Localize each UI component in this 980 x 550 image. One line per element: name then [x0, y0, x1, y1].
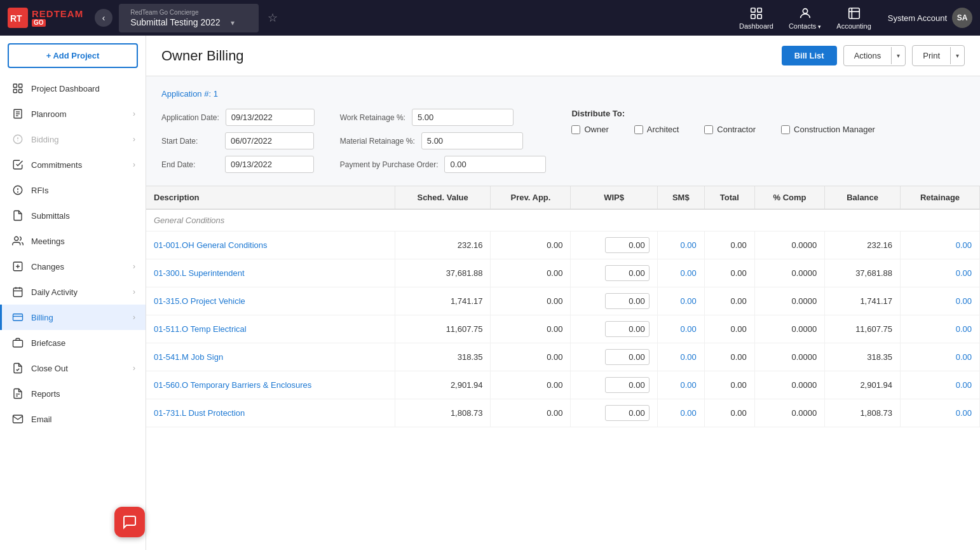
- row-pct-comp: 0.0000: [754, 343, 824, 371]
- material-retainage-input[interactable]: [421, 132, 523, 149]
- dashboard-icon: [749, 6, 763, 20]
- svg-point-24: [15, 237, 18, 240]
- start-date-input[interactable]: [225, 132, 314, 149]
- print-main-button[interactable]: Print: [913, 46, 950, 65]
- distribute-option-contractor[interactable]: Contractor: [704, 125, 756, 134]
- col-sm: SM$: [657, 186, 704, 209]
- nav-dashboard-item[interactable]: Dashboard: [739, 6, 773, 30]
- accounting-icon: [847, 6, 861, 20]
- owner-checkbox[interactable]: [571, 125, 580, 134]
- row-pct-comp: 0.0000: [754, 399, 824, 427]
- system-account-label: System Account: [888, 13, 947, 23]
- sidebar-item-reports[interactable]: Reports: [0, 381, 146, 406]
- wip-input[interactable]: [605, 293, 650, 309]
- row-total: 0.00: [704, 315, 754, 343]
- sidebar-item-planroom[interactable]: Planroom ›: [0, 101, 146, 127]
- actions-button-group: Actions ▾: [843, 45, 906, 66]
- application-date-input[interactable]: [226, 109, 315, 126]
- table-row: 01-001.OH General Conditions 232.16 0.00…: [146, 231, 980, 259]
- row-sm: 0.00: [657, 315, 704, 343]
- sidebar-item-changes[interactable]: Changes ›: [0, 254, 146, 279]
- sidebar-item-label: RFIs: [31, 186, 135, 195]
- distribute-option-construction-manager[interactable]: Construction Manager: [781, 125, 875, 134]
- actions-main-button[interactable]: Actions: [844, 46, 892, 65]
- application-prefix-label: Application #:: [161, 89, 211, 99]
- svg-point-6: [803, 8, 807, 13]
- architect-label: Architect: [647, 125, 679, 134]
- end-date-input[interactable]: [225, 156, 314, 173]
- sidebar-item-project-dashboard[interactable]: Project Dashboard: [0, 76, 146, 101]
- daily-activity-icon: [12, 286, 24, 298]
- actions-dropdown-button[interactable]: ▾: [891, 47, 905, 64]
- contractor-checkbox[interactable]: [704, 125, 713, 134]
- payment-by-po-input[interactable]: [444, 156, 546, 173]
- row-link[interactable]: 01-511.O Temp Electrical: [154, 324, 247, 334]
- sidebar-item-daily-activity[interactable]: Daily Activity ›: [0, 279, 146, 305]
- nav-accounting-label: Accounting: [836, 22, 871, 30]
- sidebar-item-rfis[interactable]: RFIs: [0, 177, 146, 203]
- sidebar-item-email[interactable]: Email: [0, 406, 146, 432]
- work-retainage-input[interactable]: [412, 109, 514, 126]
- svg-rect-28: [13, 288, 22, 297]
- row-link[interactable]: 01-300.L Superintendent: [154, 268, 245, 278]
- row-sm: 0.00: [657, 287, 704, 315]
- sidebar-item-commitments[interactable]: Commitments ›: [0, 152, 146, 177]
- sidebar-item-closeout[interactable]: Close Out ›: [0, 355, 146, 381]
- sidebar-item-briefcase[interactable]: Briefcase: [0, 330, 146, 355]
- chevron-right-icon: ›: [133, 313, 135, 322]
- system-account[interactable]: System Account SA: [888, 8, 972, 28]
- end-date-row: End Date:: [161, 156, 315, 173]
- architect-checkbox[interactable]: [634, 125, 643, 134]
- project-selector-chevron-icon: ▾: [231, 18, 235, 27]
- row-sched-value: 37,681.88: [395, 259, 491, 287]
- row-balance: 232.16: [825, 231, 901, 259]
- row-link[interactable]: 01-731.L Dust Protection: [154, 408, 245, 418]
- col-wip: WIP$: [571, 186, 657, 209]
- row-pct-comp: 0.0000: [754, 259, 824, 287]
- svg-rect-3: [758, 8, 761, 11]
- wip-input[interactable]: [605, 321, 650, 337]
- application-number-value: 1: [214, 89, 218, 99]
- distribute-option-architect[interactable]: Architect: [634, 125, 679, 134]
- row-sched-value: 11,607.75: [395, 315, 491, 343]
- row-link[interactable]: 01-541.M Job Sign: [154, 352, 223, 362]
- row-retainage: 0.00: [900, 231, 979, 259]
- wip-input[interactable]: [605, 349, 650, 365]
- sidebar-item-submittals[interactable]: Submittals: [0, 203, 146, 228]
- top-nav: RT REDTEAM GO ‹ RedTeam Go Concierge Sub…: [0, 0, 980, 36]
- chat-icon: [122, 514, 137, 530]
- reports-icon: [12, 388, 24, 399]
- print-dropdown-button[interactable]: ▾: [950, 47, 964, 64]
- application-date-label: Application Date:: [161, 113, 219, 122]
- col-sched-value: Sched. Value: [395, 186, 491, 209]
- nav-back-button[interactable]: ‹: [95, 9, 112, 27]
- distribute-option-owner[interactable]: Owner: [571, 125, 608, 134]
- sidebar-item-billing[interactable]: Billing ›: [0, 305, 146, 330]
- row-link[interactable]: 01-560.O Temporary Barriers & Enclosures: [154, 380, 311, 390]
- bill-list-button[interactable]: Bill List: [782, 46, 837, 65]
- chat-button[interactable]: [114, 507, 145, 537]
- wip-input[interactable]: [605, 377, 650, 393]
- construction-manager-checkbox[interactable]: [781, 125, 790, 134]
- wip-input[interactable]: [605, 265, 650, 281]
- favorite-button[interactable]: ☆: [265, 8, 280, 27]
- svg-text:RT: RT: [10, 13, 22, 24]
- row-prev-app: 0.00: [491, 399, 571, 427]
- sidebar-item-meetings[interactable]: Meetings: [0, 228, 146, 254]
- row-wip: [571, 343, 657, 371]
- sidebar-item-bidding[interactable]: Bidding ›: [0, 127, 146, 152]
- project-concierge-label: RedTeam Go Concierge: [124, 6, 254, 16]
- nav-accounting-item[interactable]: Accounting: [836, 6, 871, 30]
- row-description: 01-560.O Temporary Barriers & Enclosures: [146, 371, 395, 399]
- project-selector[interactable]: RedTeam Go Concierge Submittal Testing 2…: [119, 4, 259, 32]
- row-link[interactable]: 01-001.OH General Conditions: [154, 240, 268, 250]
- row-sched-value: 1,741.17: [395, 287, 491, 315]
- add-project-button[interactable]: + Add Project: [8, 43, 138, 68]
- row-wip: [571, 315, 657, 343]
- page-title: Owner Billing: [161, 48, 244, 64]
- wip-input[interactable]: [605, 237, 650, 253]
- row-link[interactable]: 01-315.O Project Vehicle: [154, 296, 245, 306]
- wip-input[interactable]: [605, 405, 650, 421]
- redteam-logo-icon: RT: [8, 8, 28, 28]
- nav-contacts-item[interactable]: Contacts ▾: [789, 6, 821, 30]
